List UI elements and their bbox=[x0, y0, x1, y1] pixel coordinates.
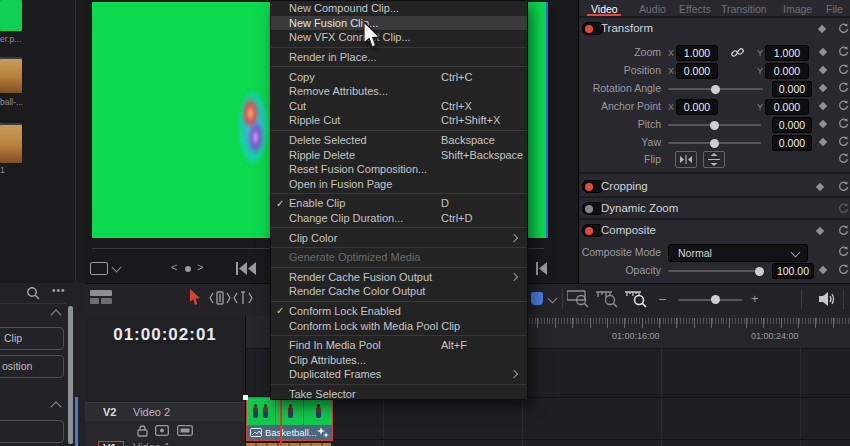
menu-item-clip-color[interactable]: Clip Color bbox=[271, 230, 527, 245]
position-y-field[interactable]: 0.000 bbox=[765, 63, 809, 79]
menu-item-duplicated-frames[interactable]: Duplicated Frames bbox=[271, 367, 527, 382]
menu-item-open-in-fusion-page[interactable]: Open in Fusion Page bbox=[271, 177, 527, 192]
tab-effects[interactable]: Effects bbox=[679, 3, 711, 15]
menu-item-clip-attributes[interactable]: Clip Attributes... bbox=[271, 352, 527, 367]
trim-edit-icon[interactable] bbox=[209, 291, 231, 305]
selection-tool-icon[interactable] bbox=[189, 289, 201, 306]
menu-item-copy[interactable]: CopyCtrl+C bbox=[271, 69, 527, 84]
menu-item-ripple-delete[interactable]: Ripple DeleteShift+Backspace bbox=[271, 147, 527, 162]
keyframe-diamond-icon[interactable] bbox=[819, 120, 827, 128]
tab-image[interactable]: Image bbox=[783, 3, 812, 15]
effects-item[interactable] bbox=[0, 420, 64, 443]
track-header-v1[interactable]: V1 Video 1 bbox=[85, 440, 245, 446]
rewind-icon[interactable] bbox=[235, 262, 257, 275]
collapse-chevron-icon[interactable] bbox=[50, 401, 61, 412]
menu-item-cut[interactable]: CutCtrl+X bbox=[271, 99, 527, 114]
reset-icon[interactable] bbox=[838, 64, 849, 75]
menu-item-generate-optimized-media[interactable]: Generate Optimized Media bbox=[271, 250, 527, 265]
jog-dot-icon[interactable] bbox=[185, 266, 191, 272]
reset-icon[interactable] bbox=[838, 264, 849, 275]
yaw-field[interactable]: 0.000 bbox=[772, 135, 812, 151]
flip-vertical-icon[interactable] bbox=[703, 151, 725, 168]
reset-icon[interactable] bbox=[838, 23, 849, 34]
timeline-clip-basketball[interactable]: Basketball... bbox=[246, 397, 333, 441]
skip-start-icon[interactable] bbox=[535, 262, 549, 275]
tab-audio[interactable]: Audio bbox=[639, 3, 666, 15]
media-clip-thumbnail[interactable] bbox=[0, 123, 22, 163]
lock-icon[interactable] bbox=[137, 425, 148, 437]
auto-select-icon[interactable] bbox=[155, 425, 169, 436]
rotation-field[interactable]: 0.000 bbox=[772, 81, 812, 97]
menu-item-conform-lock-with-media-pool-clip[interactable]: Conform Lock with Media Pool Clip bbox=[271, 318, 527, 333]
minus-icon[interactable]: – bbox=[659, 291, 666, 306]
reset-icon[interactable] bbox=[838, 46, 849, 57]
jog-reverse-icon[interactable]: < bbox=[171, 261, 177, 273]
menu-item-remove-attributes[interactable]: Remove Attributes... bbox=[271, 84, 527, 99]
zoom-fit-icon[interactable] bbox=[567, 290, 592, 308]
media-clip-thumbnail[interactable] bbox=[0, 57, 22, 93]
chevron-down-icon[interactable] bbox=[548, 294, 558, 304]
clip-trim-handle[interactable] bbox=[243, 395, 248, 400]
menu-item-enable-clip[interactable]: ✓Enable ClipD bbox=[271, 196, 527, 211]
menu-item-new-compound-clip[interactable]: New Compound Clip... bbox=[271, 1, 527, 16]
reset-icon[interactable] bbox=[838, 100, 849, 111]
plus-icon[interactable]: + bbox=[751, 291, 759, 306]
menu-item-change-clip-duration[interactable]: Change Clip Duration...Ctrl+D bbox=[271, 211, 527, 226]
opacity-field[interactable]: 100.00 bbox=[772, 263, 814, 279]
opacity-slider[interactable] bbox=[668, 270, 761, 272]
menu-item-ripple-cut[interactable]: Ripple CutCtrl+Shift+X bbox=[271, 113, 527, 128]
tab-transition[interactable]: Transition bbox=[721, 3, 767, 15]
keyframe-diamond-icon[interactable] bbox=[816, 183, 824, 191]
media-clip-thumbnail[interactable] bbox=[0, 0, 22, 31]
reset-icon[interactable] bbox=[838, 246, 849, 257]
reset-icon[interactable] bbox=[838, 225, 849, 236]
keyframe-diamond-icon[interactable] bbox=[819, 84, 827, 92]
chevron-down-icon[interactable] bbox=[112, 263, 122, 273]
anchor-y-field[interactable]: 0.000 bbox=[765, 99, 809, 115]
reset-icon[interactable] bbox=[838, 181, 849, 192]
link-icon[interactable] bbox=[731, 46, 744, 59]
menu-item-reset-fusion-composition[interactable]: Reset Fusion Composition... bbox=[271, 162, 527, 177]
reset-icon[interactable] bbox=[838, 82, 849, 93]
flip-horizontal-icon[interactable] bbox=[675, 151, 697, 168]
zoom-slider[interactable] bbox=[678, 299, 742, 301]
keyframe-diamond-icon[interactable] bbox=[819, 138, 827, 146]
position-x-field[interactable]: 0.000 bbox=[676, 63, 718, 79]
keyframe-diamond-icon[interactable] bbox=[818, 25, 826, 33]
marquee-icon[interactable] bbox=[90, 262, 108, 275]
rotation-slider-thumb[interactable] bbox=[711, 85, 720, 94]
opacity-slider-thumb[interactable] bbox=[755, 267, 764, 276]
keyframe-diamond-icon[interactable] bbox=[819, 66, 827, 74]
timeline-tracks-icon[interactable] bbox=[90, 289, 112, 306]
search-icon[interactable] bbox=[26, 286, 41, 301]
section-composite[interactable]: Composite bbox=[579, 224, 850, 242]
menu-item-take-selector[interactable]: Take Selector bbox=[271, 387, 527, 402]
reset-icon[interactable] bbox=[838, 203, 849, 214]
speaker-icon[interactable] bbox=[818, 291, 836, 307]
timecode-display[interactable]: 01:00:02:01 bbox=[85, 325, 245, 345]
effects-item-osition[interactable]: osition bbox=[0, 355, 64, 378]
scrollbar[interactable] bbox=[68, 306, 73, 444]
zoom-detail-icon[interactable] bbox=[596, 290, 621, 308]
zoom-slider-thumb[interactable] bbox=[711, 295, 720, 304]
effects-item-clip[interactable]: Clip bbox=[0, 327, 64, 350]
pitch-field[interactable]: 0.000 bbox=[772, 117, 812, 133]
section-transform[interactable]: Transform bbox=[579, 22, 850, 40]
zoom-y-field[interactable]: 1.000 bbox=[765, 45, 809, 61]
menu-item-delete-selected[interactable]: Delete SelectedBackspace bbox=[271, 133, 527, 148]
jog-forward-icon[interactable]: > bbox=[197, 261, 203, 273]
composite-mode-select[interactable]: Normal bbox=[668, 244, 808, 262]
menu-item-render-in-place[interactable]: Render in Place... bbox=[271, 50, 527, 65]
yaw-slider-thumb[interactable] bbox=[710, 139, 719, 148]
menu-item-new-vfx-connect-clip[interactable]: New VFX Connect Clip... bbox=[271, 30, 527, 45]
menu-item-render-cache-fusion-output[interactable]: Render Cache Fusion Output bbox=[271, 270, 527, 285]
keyframe-diamond-icon[interactable] bbox=[816, 227, 824, 235]
keyframe-diamond-icon[interactable] bbox=[819, 266, 827, 274]
anchor-x-field[interactable]: 0.000 bbox=[676, 99, 718, 115]
reset-icon[interactable] bbox=[838, 136, 849, 147]
zoom-x-field[interactable]: 1.000 bbox=[676, 45, 718, 61]
ellipsis-icon[interactable]: ••• bbox=[52, 285, 66, 296]
flag-outline-icon[interactable] bbox=[177, 425, 193, 436]
dynamic-trim-icon[interactable] bbox=[232, 291, 254, 305]
keyframe-diamond-icon[interactable] bbox=[819, 102, 827, 110]
